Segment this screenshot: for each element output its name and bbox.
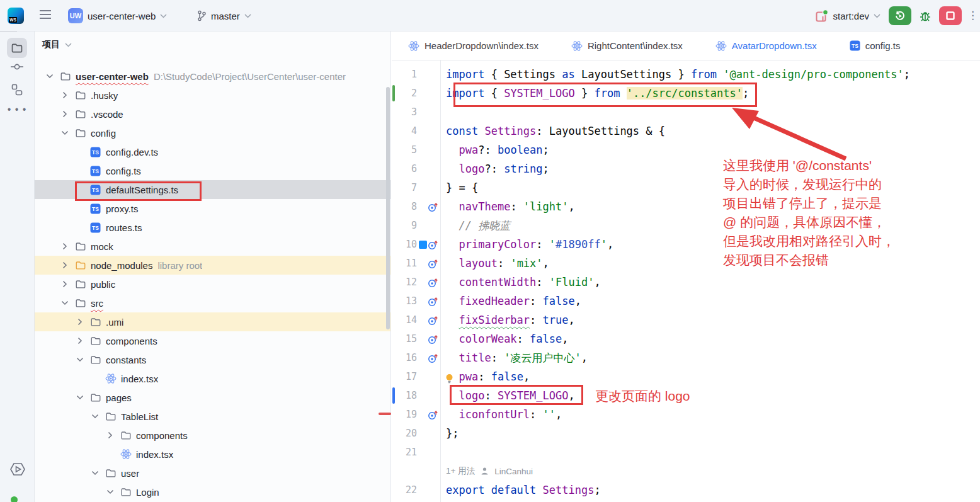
editor-tab-avatardropdown-tsx[interactable]: AvatarDropdown.tsx [699,31,833,60]
overrides-gutter-icon[interactable] [428,277,438,288]
code-line-15[interactable]: 15 colorWeak: false, [392,329,980,348]
debug-button[interactable] [917,6,933,25]
line-number[interactable]: 14 [396,314,417,326]
code-line-16[interactable]: 16 title: '凌云用户中心', [392,348,980,367]
line-number[interactable]: 4 [396,125,417,137]
project-tool-button[interactable] [7,38,27,58]
chevron-right-icon[interactable] [75,318,85,326]
editor-tab-rightcontent-index-tsx[interactable]: RightContent\index.tsx [555,31,699,60]
overrides-gutter-icon[interactable] [428,315,438,326]
chevron-right-icon[interactable] [60,242,70,250]
tree-item-config-dev-ts[interactable]: TSconfig.dev.ts [35,142,390,161]
tree-item-constants[interactable]: constants [35,350,390,369]
chevron-down-icon[interactable] [105,489,115,494]
chevron-down-icon[interactable] [75,357,85,362]
code-line-14[interactable]: 14 fixSiderbar: true, [392,311,980,329]
code-text[interactable]: pwa?: boolean; [440,144,549,156]
code-line-12[interactable]: 12 contentWidth: 'Fluid', [392,273,980,292]
git-branch-widget[interactable]: master [197,0,251,31]
line-number[interactable]: 19 [396,409,417,420]
chevron-down-icon[interactable] [90,471,100,476]
chevron-down-icon[interactable] [75,395,85,400]
code-text[interactable]: contentWidth: 'Fluid', [440,276,601,288]
line-number[interactable]: 17 [396,371,417,382]
color-swatch[interactable] [419,241,427,249]
tree-item-components[interactable]: components [35,331,390,350]
code-line-6[interactable]: 6 logo?: string; [392,159,980,178]
line-number[interactable]: 22 [396,484,417,496]
code-line-9[interactable]: 9 // 拂晓蓝 [392,216,980,235]
code-line-7[interactable]: 7} = { [392,178,980,197]
code-text[interactable]: colorWeak: false, [440,333,569,345]
stop-button[interactable] [939,6,962,25]
line-number[interactable]: 16 [396,352,417,363]
line-number[interactable]: 10 [396,239,417,250]
code-text[interactable]: }; [440,427,459,440]
code-author[interactable]: LinCanhui [494,467,533,476]
code-text[interactable]: layout: 'mix', [440,257,549,270]
tree-item-routes-ts[interactable]: TSroutes.ts [35,218,390,237]
overrides-gutter-icon[interactable] [428,334,438,345]
tree-item-node-modules[interactable]: node_moduleslibrary root [35,256,390,275]
tree-item-pages[interactable]: pages [35,388,390,407]
code-line-13[interactable]: 13 fixedHeader: false, [392,292,980,311]
chevron-right-icon[interactable] [60,261,70,269]
tree-item-index-tsx[interactable]: index.tsx [35,369,390,388]
chevron-right-icon[interactable] [60,110,70,118]
tree-item-index-tsx[interactable]: index.tsx [35,445,390,464]
code-text[interactable]: } = { [440,181,478,194]
code-text[interactable]: import { Settings as LayoutSettings } fr… [440,68,910,81]
more-vertical-icon[interactable]: ⋮ [967,13,976,19]
code-text[interactable]: // 拂晓蓝 [440,219,510,233]
line-number[interactable]: 1 [396,69,417,80]
code-line-5[interactable]: 5 pwa?: boolean; [392,140,980,159]
chevron-down-icon[interactable] [90,414,100,419]
chevron-down-icon[interactable] [45,74,55,79]
code-line-22[interactable]: 22export default Settings; [392,481,980,499]
line-number[interactable]: 8 [396,201,417,212]
tree-item-defaultsettings-ts[interactable]: TSdefaultSettings.ts [35,180,390,199]
code-text[interactable]: primaryColor: '#1890ff', [440,238,613,251]
code-line-21[interactable]: 21 [392,443,980,462]
code-line-17[interactable]: 17 pwa: false, [392,367,980,386]
code-line-11[interactable]: 11 layout: 'mix', [392,254,980,273]
code-line-4[interactable]: 4const Settings: LayoutSettings & { [392,122,980,140]
chevron-right-icon[interactable] [75,337,85,345]
code-line-3[interactable]: 3 [392,103,980,122]
tree-item-umi[interactable]: .umi [35,312,390,331]
code-line-1[interactable]: 1import { Settings as LayoutSettings } f… [392,65,980,84]
code-line-8[interactable]: 8 navTheme: 'light', [392,197,980,216]
tree-item-proxy-ts[interactable]: TSproxy.ts [35,199,390,218]
tree-item-user[interactable]: user [35,464,390,482]
line-number[interactable]: 5 [396,144,417,156]
line-number[interactable]: 13 [396,295,417,307]
menu-icon[interactable] [39,9,52,20]
chevron-down-icon[interactable] [60,130,70,135]
editor-tab-headerdropdown-index-tsx[interactable]: HeaderDropdown\index.tsx [392,31,555,60]
project-widget[interactable]: UW user-center-web [68,0,167,31]
tree-item-tablelist[interactable]: TableList [35,407,390,426]
code-text[interactable]: fixSiderbar: true, [440,314,575,326]
code-text[interactable]: title: '凌云用户中心', [440,351,588,365]
code-line-2[interactable]: 2import { SYSTEM_LOGO } from '../src/con… [392,84,980,103]
commit-tool-button[interactable] [9,59,25,74]
chevron-right-icon[interactable] [60,280,70,288]
code-text[interactable]: navTheme: 'light', [440,200,575,213]
code-text[interactable]: logo?: string; [440,163,549,175]
line-number[interactable]: 21 [396,447,417,458]
overrides-gutter-icon[interactable] [428,353,438,363]
editor-tab-config-ts[interactable]: TSconfig.ts [833,31,917,60]
tree-item-config[interactable]: config [35,123,390,142]
tree-item-components[interactable]: components [35,426,390,445]
chevron-right-icon[interactable] [60,91,70,99]
structure-tool-button[interactable] [9,82,25,97]
tree-item-user-center-web[interactable]: user-center-webD:\StudyCode\Project\User… [35,67,390,86]
line-number[interactable]: 3 [396,106,417,118]
tree-item-login[interactable]: Login [35,482,390,501]
overrides-gutter-icon[interactable] [428,202,438,212]
code-editor[interactable]: 1import { Settings as LayoutSettings } f… [392,60,980,502]
overrides-gutter-icon[interactable] [428,258,438,269]
line-number[interactable]: 12 [396,277,417,288]
run-configuration-selector[interactable]: start:dev [815,9,880,23]
line-number[interactable]: 2 [396,88,417,99]
